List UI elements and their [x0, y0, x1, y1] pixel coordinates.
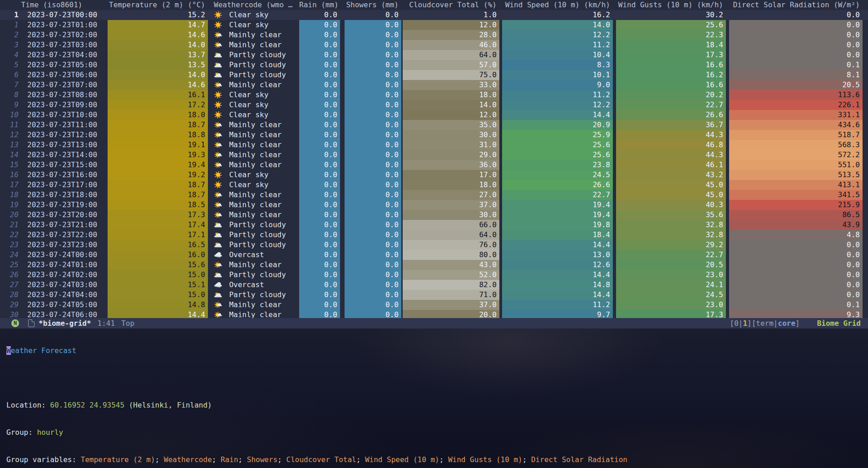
cell — [613, 240, 616, 250]
table-row[interactable]: 202023-07-23T20:0017.3🌤️ Mainly clear0.0… — [0, 210, 868, 220]
weather-label: Overcast — [225, 280, 264, 289]
wind-gusts-cell: 18.4 — [616, 40, 726, 50]
table-row[interactable]: 122023-07-23T12:0018.8🌤️ Mainly clear0.0… — [0, 130, 868, 140]
showers-cell: 0.0 — [345, 200, 401, 210]
wind-speed-cell: 8.3 — [502, 60, 613, 70]
table-row[interactable]: 12023-07-23T00:0015.2☀️ Clear sky0.00.01… — [0, 10, 868, 20]
temperature-cell: 18.5 — [108, 200, 208, 210]
wind-speed-cell: 16.2 — [502, 10, 613, 20]
time-cell: 2023-07-23T07:00 — [23, 80, 104, 90]
table-row[interactable]: 172023-07-23T17:0018.7☀️ Clear sky0.00.0… — [0, 180, 868, 190]
cell — [726, 50, 729, 60]
table-row[interactable]: 52023-07-23T05:0013.5🌥️ Partly cloudy0.0… — [0, 60, 868, 70]
table-row[interactable]: 12023-07-23T01:0014.7☀️ Clear sky0.00.01… — [0, 20, 868, 30]
table-row[interactable]: 152023-07-23T15:0019.4🌤️ Mainly clear0.0… — [0, 160, 868, 170]
wind-speed-cell: 25.6 — [502, 140, 613, 150]
solar-radiation-cell: 0.0 — [729, 250, 863, 260]
weather-label: Overcast — [225, 250, 264, 259]
weather-label: Clear sky — [225, 180, 268, 189]
weathercode-cell: 🌥️ Partly cloudy — [212, 240, 295, 250]
weathercode-cell: 🌥️ Partly cloudy — [212, 290, 295, 300]
rain-cell: 0.0 — [299, 290, 340, 300]
showers-cell: 0.0 — [345, 120, 401, 130]
table-row[interactable]: 22023-07-23T02:0014.6🌤️ Mainly clear0.00… — [0, 30, 868, 40]
table-row[interactable]: 252023-07-24T01:0015.6🌤️ Mainly clear0.0… — [0, 260, 868, 270]
time-cell: 2023-07-23T22:00 — [23, 230, 104, 240]
temperature-cell: 14.7 — [108, 20, 208, 30]
cell — [104, 290, 108, 300]
line-number: 28 — [0, 290, 23, 300]
table-row[interactable]: 32023-07-23T03:0014.0🌤️ Mainly clear0.00… — [0, 40, 868, 50]
weather-label: Mainly clear — [225, 160, 281, 169]
weather-label: Clear sky — [225, 90, 268, 99]
time-cell: 2023-07-23T11:00 — [23, 120, 104, 130]
temperature-cell: 15.0 — [108, 290, 208, 300]
weather-grid-window[interactable]: Time (iso8601)Temperature (2 m) (°C)Weat… — [0, 0, 868, 318]
table-row[interactable]: 302023-07-24T06:0014.4🌤️ Mainly clear0.0… — [0, 310, 868, 318]
table-row[interactable]: 292023-07-24T05:0014.8🌤️ Mainly clear0.0… — [0, 300, 868, 310]
weather-label: Mainly clear — [225, 80, 281, 89]
table-row[interactable]: 72023-07-23T07:0014.6🌤️ Mainly clear0.00… — [0, 80, 868, 90]
rain-cell: 0.0 — [299, 190, 340, 200]
temperature-cell: 16.5 — [108, 240, 208, 250]
table-row[interactable]: 232023-07-23T23:0016.5🌥️ Partly cloudy0.… — [0, 240, 868, 250]
time-cell: 2023-07-23T20:00 — [23, 210, 104, 220]
cell — [295, 40, 299, 50]
cell — [726, 200, 729, 210]
rain-cell: 0.0 — [299, 40, 340, 50]
table-row[interactable]: 102023-07-23T10:0018.0☀️ Clear sky0.00.0… — [0, 110, 868, 120]
cell — [726, 260, 729, 270]
cell — [208, 310, 212, 318]
wind-speed-cell: 9.0 — [502, 80, 613, 90]
table-row[interactable]: 282023-07-24T04:0015.0🌥️ Partly cloudy0.… — [0, 290, 868, 300]
weather-label: Mainly clear — [225, 130, 281, 139]
table-row[interactable]: 112023-07-23T11:0018.7🌤️ Mainly clear0.0… — [0, 120, 868, 130]
partly-cloudy-icon: 🌥️ — [214, 290, 225, 300]
table-row[interactable]: 62023-07-23T06:0014.0🌥️ Partly cloudy0.0… — [0, 70, 868, 80]
wind-gusts-cell: 20.5 — [616, 260, 726, 270]
cell — [340, 110, 345, 120]
cell — [104, 240, 108, 250]
table-row[interactable]: 192023-07-23T19:0018.5🌤️ Mainly clear0.0… — [0, 200, 868, 210]
table-row[interactable]: 222023-07-23T22:0017.1🌥️ Partly cloudy0.… — [0, 230, 868, 240]
wind-speed-cell: 14.4 — [502, 270, 613, 280]
table-row[interactable]: 92023-07-23T09:0017.2☀️ Clear sky0.00.01… — [0, 100, 868, 110]
wind-gusts-cell: 44.3 — [616, 130, 726, 140]
table-row[interactable]: 212023-07-23T21:0017.4🌥️ Partly cloudy0.… — [0, 220, 868, 230]
table-row[interactable]: 162023-07-23T16:0019.2☀️ Clear sky0.00.0… — [0, 170, 868, 180]
weathercode-cell: 🌤️ Mainly clear — [212, 140, 295, 150]
table-row[interactable]: 262023-07-24T02:0015.0🌥️ Partly cloudy0.… — [0, 270, 868, 280]
biome-query-window: Weather Forecast Location: 60.16952 24.9… — [0, 329, 868, 468]
cell — [726, 310, 729, 318]
table-row[interactable]: 142023-07-23T14:0019.3🌤️ Mainly clear0.0… — [0, 150, 868, 160]
wind-speed-cell: 14.4 — [502, 290, 613, 300]
table-row[interactable]: 272023-07-24T03:0015.1☁️ Overcast0.00.08… — [0, 280, 868, 290]
table-row[interactable]: 182023-07-23T18:0018.7🌤️ Mainly clear0.0… — [0, 190, 868, 200]
table-row[interactable]: 82023-07-23T08:0016.1☀️ Clear sky0.00.01… — [0, 90, 868, 100]
cell — [295, 310, 299, 318]
cloudcover-cell: 29.0 — [403, 150, 499, 160]
showers-cell: 0.0 — [345, 110, 401, 120]
cell — [340, 180, 345, 190]
solar-radiation-cell: 518.7 — [729, 130, 863, 140]
cell — [295, 10, 299, 20]
temperature-cell: 19.3 — [108, 150, 208, 160]
cell — [726, 40, 729, 50]
time-cell: 2023-07-23T16:00 — [23, 170, 104, 180]
wind-gusts-cell: 23.0 — [616, 300, 726, 310]
table-row[interactable]: 42023-07-23T04:0013.7🌥️ Partly cloudy0.0… — [0, 50, 868, 60]
cell — [613, 160, 616, 170]
weather-label: Partly cloudy — [225, 220, 286, 229]
showers-cell: 0.0 — [345, 250, 401, 260]
cloudcover-cell: 17.0 — [403, 170, 499, 180]
table-row[interactable]: 132023-07-23T13:0019.1🌤️ Mainly clear0.0… — [0, 140, 868, 150]
weather-label: Mainly clear — [225, 210, 281, 219]
table-row[interactable]: 242023-07-24T00:0016.0☁️ Overcast0.00.08… — [0, 250, 868, 260]
wind-gusts-cell: 32.8 — [616, 220, 726, 230]
rain-cell: 0.0 — [299, 270, 340, 280]
cell — [340, 210, 345, 220]
weathercode-cell: ☀️ Clear sky — [212, 170, 295, 180]
partly-cloudy-icon: 🌥️ — [214, 70, 225, 80]
solar-radiation-cell: 513.5 — [729, 170, 863, 180]
cell — [104, 250, 108, 260]
